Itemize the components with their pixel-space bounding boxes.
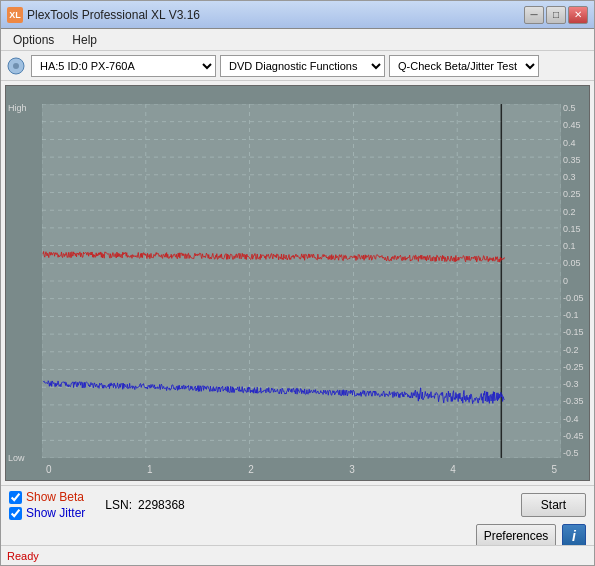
svg-point-1 bbox=[13, 63, 19, 69]
chart-inner bbox=[42, 104, 561, 458]
main-window: XL PlexTools Professional XL V3.16 ─ □ ✕… bbox=[0, 0, 595, 566]
status-bar: Ready bbox=[1, 545, 594, 565]
y-axis-right: 0.5 0.45 0.4 0.35 0.3 0.25 0.2 0.15 0.1 … bbox=[561, 104, 589, 458]
menu-help[interactable]: Help bbox=[64, 31, 105, 49]
x-label-1: 1 bbox=[147, 464, 153, 475]
status-text: Ready bbox=[7, 550, 39, 562]
checkbox-group: Show Beta Show Jitter bbox=[9, 490, 85, 520]
toolbar: HA:5 ID:0 PX-760A DVD Diagnostic Functio… bbox=[1, 51, 594, 81]
show-jitter-checkbox[interactable] bbox=[9, 507, 22, 520]
minimize-button[interactable]: ─ bbox=[524, 6, 544, 24]
title-bar-text: PlexTools Professional XL V3.16 bbox=[27, 8, 200, 22]
show-beta-checkbox[interactable] bbox=[9, 491, 22, 504]
chart-canvas bbox=[42, 104, 561, 458]
app-icon: XL bbox=[7, 7, 23, 23]
x-label-2: 2 bbox=[248, 464, 254, 475]
lsn-area: LSN: 2298368 bbox=[105, 498, 184, 512]
menu-options[interactable]: Options bbox=[5, 31, 62, 49]
show-jitter-row: Show Jitter bbox=[9, 506, 85, 520]
low-label: Low bbox=[8, 454, 25, 463]
show-beta-row: Show Beta bbox=[9, 490, 85, 504]
test-select[interactable]: Q-Check Beta/Jitter Test bbox=[389, 55, 539, 77]
function-select[interactable]: DVD Diagnostic Functions bbox=[220, 55, 385, 77]
menu-bar: Options Help bbox=[1, 29, 594, 51]
window-controls: ─ □ ✕ bbox=[524, 6, 588, 24]
close-button[interactable]: ✕ bbox=[568, 6, 588, 24]
high-label: High bbox=[8, 104, 27, 113]
start-button[interactable]: Start bbox=[521, 493, 586, 517]
title-bar-left: XL PlexTools Professional XL V3.16 bbox=[7, 7, 200, 23]
show-jitter-label: Show Jitter bbox=[26, 506, 85, 520]
x-label-0: 0 bbox=[46, 464, 52, 475]
x-label-3: 3 bbox=[349, 464, 355, 475]
bottom-row1: Show Beta Show Jitter LSN: 2298368 Start bbox=[9, 490, 586, 520]
x-label-5: 5 bbox=[551, 464, 557, 475]
drive-icon bbox=[5, 55, 27, 77]
drive-select[interactable]: HA:5 ID:0 PX-760A bbox=[31, 55, 216, 77]
chart-area: High Low 0.5 0.45 0.4 0.35 0.3 0.25 0.2 … bbox=[1, 81, 594, 485]
title-bar: XL PlexTools Professional XL V3.16 ─ □ ✕ bbox=[1, 1, 594, 29]
lsn-value: 2298368 bbox=[138, 498, 185, 512]
maximize-button[interactable]: □ bbox=[546, 6, 566, 24]
lsn-label: LSN: bbox=[105, 498, 132, 512]
bottom-bar: Show Beta Show Jitter LSN: 2298368 Start… bbox=[1, 485, 594, 545]
chart-container: High Low 0.5 0.45 0.4 0.35 0.3 0.25 0.2 … bbox=[5, 85, 590, 481]
show-beta-label: Show Beta bbox=[26, 490, 84, 504]
x-label-4: 4 bbox=[450, 464, 456, 475]
x-axis: 0 1 2 3 4 5 bbox=[42, 458, 561, 480]
